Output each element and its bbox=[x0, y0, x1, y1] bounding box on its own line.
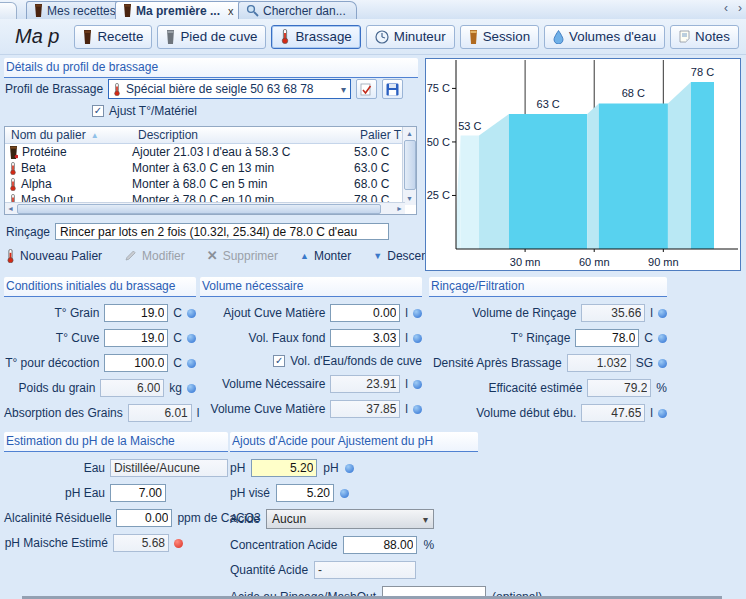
tab-scroll-right-icon[interactable]: › bbox=[738, 1, 742, 15]
info-dot[interactable] bbox=[413, 334, 422, 343]
info-dot[interactable] bbox=[658, 309, 667, 318]
tab-close-icon[interactable]: x bbox=[228, 5, 234, 17]
svg-text:75 C: 75 C bbox=[427, 82, 450, 94]
profile-section-header: Détails du profil de brassage bbox=[4, 58, 418, 78]
info-dot[interactable] bbox=[413, 309, 422, 318]
session-button[interactable]: Session bbox=[460, 25, 539, 49]
field-label: Acide bbox=[230, 512, 260, 526]
ph-input[interactable] bbox=[251, 459, 317, 477]
table-row[interactable]: Alpha Monter à 68.0 C en 5 min 68.0 C bbox=[5, 176, 416, 192]
tab-scroll-left-icon[interactable]: ‹ bbox=[724, 1, 728, 15]
monter-label: Monter bbox=[314, 249, 351, 263]
monter-button[interactable]: ▲ Monter bbox=[300, 249, 351, 263]
tab-chercher[interactable]: Chercher dan... bbox=[238, 1, 357, 19]
field-label: Volume Cuve Matière bbox=[200, 402, 325, 416]
poids-grain-input[interactable] bbox=[100, 379, 164, 397]
alcalinite-input[interactable] bbox=[116, 509, 172, 527]
supprimer-button[interactable]: ✕ Supprimer bbox=[207, 248, 278, 263]
info-dot[interactable] bbox=[413, 405, 422, 414]
svg-text:90 mn: 90 mn bbox=[648, 256, 679, 268]
pied-de-cuve-button[interactable]: Pied de cuve bbox=[157, 25, 266, 49]
field-label: T° pour décoction bbox=[4, 356, 99, 370]
ph-estimation-section: Estimation du pH de la Maische Eau pH Ea… bbox=[4, 432, 228, 552]
recette-button[interactable]: Recette bbox=[74, 25, 152, 49]
concentration-input[interactable] bbox=[343, 536, 417, 554]
minuteur-button[interactable]: Minuteur bbox=[366, 25, 455, 49]
unit-label: % bbox=[423, 538, 434, 552]
ph-vise-input[interactable] bbox=[276, 484, 334, 502]
nouveau-palier-button[interactable]: Nouveau Palier bbox=[6, 249, 102, 263]
info-dot[interactable] bbox=[345, 464, 354, 473]
profile-combobox[interactable]: Spécial bière de seigle 50 63 68 78 ▾ bbox=[108, 79, 351, 99]
scroll-down-icon[interactable]: ▼ bbox=[406, 195, 413, 202]
table-vertical-scrollbar[interactable]: ▲ ▼ bbox=[402, 127, 416, 205]
vol-eau-fond-checkbox[interactable]: ✓ bbox=[273, 355, 285, 367]
acide-combobox[interactable]: Aucun ▾ bbox=[266, 509, 434, 529]
chevron-down-icon: ▾ bbox=[423, 514, 428, 525]
modifier-button[interactable]: Modifier bbox=[124, 249, 185, 263]
field-label: Densité Après Brassage bbox=[429, 356, 562, 370]
field-volume-necessaire: Volume Nécessaire l bbox=[200, 375, 422, 393]
unit-label: pH bbox=[323, 461, 338, 475]
field-t-rincage: T° Rinçage C bbox=[429, 329, 667, 347]
scroll-right-icon[interactable]: ► bbox=[396, 205, 403, 212]
ph-estime-input[interactable] bbox=[113, 534, 169, 552]
field-label: T° Cuve bbox=[4, 331, 99, 345]
field-alcalinite: Alcalinité Résiduelle ppm de CaCO3 bbox=[4, 509, 228, 527]
field-ph-estime: pH Maische Estimé bbox=[4, 534, 228, 552]
table-row[interactable]: Protéine Ajouter 21.03 l d'eau à 58.3 C … bbox=[5, 144, 416, 160]
column-description[interactable]: Description bbox=[138, 128, 360, 142]
absorption-input[interactable] bbox=[128, 404, 192, 422]
info-dot[interactable] bbox=[187, 384, 196, 393]
faux-fond-input[interactable] bbox=[330, 329, 400, 347]
field-densite: Densité Après Brassage SG bbox=[429, 354, 667, 372]
volume-ebu-input[interactable] bbox=[581, 404, 645, 422]
column-nom-du-palier[interactable]: Nom du palier ▲ bbox=[5, 128, 138, 142]
apply-profile-button[interactable] bbox=[356, 79, 377, 99]
t-rincage-input[interactable] bbox=[575, 329, 639, 347]
info-dot[interactable] bbox=[187, 334, 196, 343]
quantite-input[interactable] bbox=[314, 561, 416, 579]
ph-eau-input[interactable] bbox=[110, 484, 166, 502]
info-dot[interactable] bbox=[658, 334, 667, 343]
info-dot[interactable] bbox=[658, 409, 667, 418]
volume-necessaire-input[interactable] bbox=[330, 375, 400, 393]
t-cuve-input[interactable] bbox=[104, 329, 168, 347]
mash-steps-table[interactable]: Nom du palier ▲ Description Palier T° Pr… bbox=[4, 126, 417, 215]
tab-ma-premiere[interactable]: Ma première ... x bbox=[115, 1, 245, 19]
volume-rincage-input[interactable] bbox=[581, 304, 645, 322]
thermometer-icon bbox=[113, 83, 121, 96]
table-row[interactable]: Beta Monter à 63.0 C en 13 min 63.0 C bbox=[5, 160, 416, 176]
densite-input[interactable] bbox=[567, 354, 631, 372]
scrollbar-thumb[interactable] bbox=[404, 140, 416, 190]
rincage-input[interactable] bbox=[55, 223, 389, 240]
efficacite-input[interactable] bbox=[587, 379, 651, 397]
column-palier-t[interactable]: Palier T° bbox=[360, 128, 406, 142]
beer-mug-icon bbox=[166, 30, 175, 44]
chevron-down-icon[interactable]: ▾ bbox=[341, 84, 346, 95]
unit-label: l bbox=[405, 377, 408, 391]
info-dot[interactable] bbox=[187, 359, 196, 368]
save-profile-button[interactable] bbox=[382, 79, 403, 99]
volume-cuve-input[interactable] bbox=[330, 400, 400, 418]
step-temp: 53.0 C bbox=[354, 145, 400, 159]
info-dot[interactable] bbox=[413, 380, 422, 389]
table-horizontal-scrollbar[interactable]: ◄ ► bbox=[5, 202, 405, 214]
minuteur-label: Minuteur bbox=[394, 29, 446, 44]
scroll-up-icon[interactable]: ▲ bbox=[406, 130, 413, 137]
adjust-checkbox[interactable]: ✓ bbox=[92, 105, 104, 117]
eau-input[interactable] bbox=[110, 459, 228, 477]
info-dot[interactable] bbox=[187, 309, 196, 318]
ajout-cuve-input[interactable] bbox=[330, 304, 400, 322]
notes-button[interactable]: Notes bbox=[670, 25, 739, 49]
field-ph: pH pH bbox=[230, 459, 478, 477]
info-dot[interactable] bbox=[340, 489, 349, 498]
t-decoction-input[interactable] bbox=[104, 354, 168, 372]
info-dot[interactable] bbox=[658, 359, 667, 368]
scroll-left-icon[interactable]: ◄ bbox=[7, 205, 14, 212]
field-label: Vol. Faux fond bbox=[200, 331, 325, 345]
brassage-button[interactable]: Brassage bbox=[271, 25, 360, 49]
volumes-eau-button[interactable]: Volumes d'eau bbox=[544, 25, 665, 49]
t-grain-input[interactable] bbox=[104, 304, 168, 322]
scrollbar-thumb[interactable] bbox=[17, 204, 381, 214]
